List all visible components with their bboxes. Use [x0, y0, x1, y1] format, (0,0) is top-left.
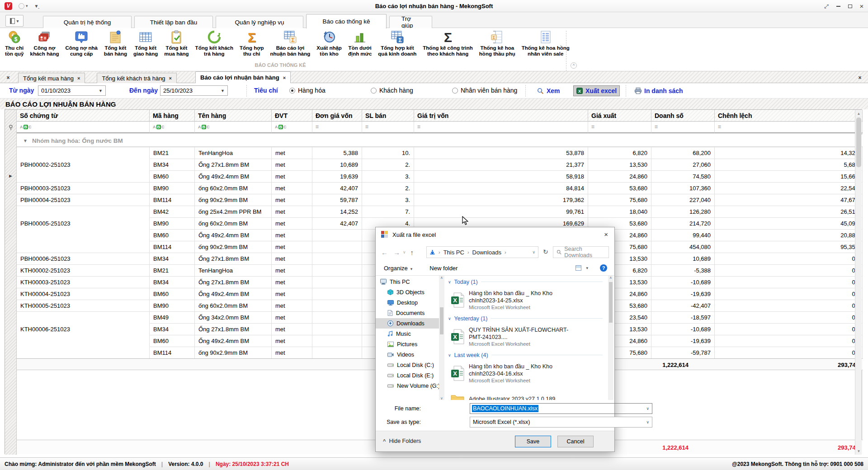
cell-dvt-row5[interactable]: met — [272, 194, 312, 206]
address-dropdown-icon[interactable]: ∨ — [532, 250, 535, 254]
export-excel-button[interactable]: X Xuất excel — [573, 85, 620, 96]
cell-gia_von-row7[interactable]: 42,407 — [312, 217, 362, 229]
cell-sl-row1[interactable]: 10. — [362, 147, 414, 159]
cell-ma-row10[interactable]: BM34 — [150, 253, 195, 264]
column-header-gia_xuat[interactable]: Giá xuất — [588, 110, 651, 122]
equals-filter-icon[interactable]: = — [417, 124, 420, 130]
collapse-icon[interactable]: ▼ — [23, 138, 28, 143]
cell-doc-row1[interactable] — [17, 147, 150, 159]
cell-tri_von-row2[interactable]: 21,377 — [414, 159, 588, 170]
cell-gia_xuat-row6[interactable]: 18,040 — [588, 206, 651, 217]
cell-ma-row13[interactable]: BM60 — [150, 288, 195, 300]
filter-cell-chenh_lech[interactable]: = — [715, 122, 863, 133]
cell-doanh_so-row6[interactable]: 126,280 — [651, 206, 715, 217]
file-group-header[interactable]: ∨Last week (4) — [448, 350, 607, 360]
file-group-header[interactable]: ∨Today (1) — [448, 277, 607, 287]
forward-icon[interactable]: → — [393, 249, 400, 256]
cell-doanh_so-row4[interactable]: 107,360 — [651, 182, 715, 194]
grid-vertical-scrollbar[interactable]: ▲ ▼ — [855, 110, 862, 455]
breadcrumb-downloads[interactable]: Downloads — [472, 249, 501, 256]
cell-dvt-row10[interactable]: met — [272, 253, 312, 264]
cell-ma-row15[interactable]: BM49 — [150, 311, 195, 323]
criteria-radio-2[interactable]: Khách hàng — [371, 87, 413, 94]
sidebar-item-desktop[interactable]: Desktop — [376, 297, 439, 308]
cell-ma-row9[interactable]: BM114 — [150, 241, 195, 253]
cell-doanh_so-row11[interactable]: -5,388 — [651, 264, 715, 276]
cell-doc-row14[interactable]: KTH00005-251023 — [17, 300, 150, 311]
text-filter-icon[interactable]: ABC — [198, 125, 210, 129]
cell-doc-row17[interactable] — [17, 335, 150, 347]
sidebar-scroll-thumb[interactable] — [440, 307, 443, 334]
cell-chenh_lech-row5[interactable]: 47,678 — [715, 194, 863, 206]
menu-tab-4[interactable]: Báo cáo thống kê — [306, 14, 387, 28]
cell-ten-row18[interactable]: ống 90x2.9mm BM — [195, 347, 272, 358]
column-header-dvt[interactable]: ĐVT — [272, 110, 312, 122]
cell-doanh_so-row1[interactable]: 68,200 — [651, 147, 715, 159]
sidebar-item-new-volume-g-[interactable]: New Volume (G:) — [376, 381, 439, 391]
cell-gia_xuat-row4[interactable]: 53,680 — [588, 182, 651, 194]
filelist-scroll-thumb[interactable] — [609, 282, 613, 323]
cell-ma-row8[interactable]: BM60 — [150, 229, 195, 241]
cell-doanh_so-row2[interactable]: 27,060 — [651, 159, 715, 170]
cell-ten-row16[interactable]: Ống 27x1.8mm BM — [195, 323, 272, 335]
file-name-dropdown-icon[interactable]: ∨ — [646, 406, 649, 411]
tab-close-icon[interactable]: × — [77, 75, 80, 81]
cell-tri_von-row6[interactable]: 99,761 — [414, 206, 588, 217]
cell-dvt-row3[interactable]: met — [272, 170, 312, 182]
column-header-ten[interactable]: Tên hàng — [195, 110, 272, 122]
cell-gia_von-row1[interactable]: 5,388 — [312, 147, 362, 159]
cell-gia_von-row11[interactable] — [312, 264, 362, 276]
cell-chenh_lech-row9[interactable]: 95,357 — [715, 241, 863, 253]
ribbon-item-10[interactable]: Xuất nhập tồn kho — [313, 29, 345, 62]
cell-chenh_lech-row4[interactable]: 22,546 — [715, 182, 863, 194]
cell-doc-row4[interactable]: PBH00003-251023 — [17, 182, 150, 194]
cell-dvt-row16[interactable]: met — [272, 323, 312, 335]
file-item[interactable]: XQUY TRÌNH SẢN XUẤT-FLOWCHART-PMT-241023… — [448, 324, 607, 350]
ribbon-item-2[interactable]: Công nợ khách hàng — [27, 29, 62, 62]
cell-doc-row16[interactable]: KTH00006-251023 — [17, 323, 150, 335]
cell-gia_von-row12[interactable] — [312, 276, 362, 288]
cell-ma-row16[interactable]: BM34 — [150, 323, 195, 335]
to-date-input[interactable]: 25/10/2023▼ — [160, 85, 228, 96]
sidebar-item-local-disk-e-[interactable]: Local Disk (E:) — [376, 370, 439, 381]
cell-dvt-row13[interactable]: met — [272, 288, 312, 300]
cell-gia_von-row15[interactable] — [312, 311, 362, 323]
group-collapse-icon[interactable]: ∨ — [448, 353, 451, 357]
view-button[interactable]: Xem — [534, 85, 563, 96]
cell-doanh_so-row10[interactable]: 10,689 — [651, 253, 715, 264]
ribbon-item-6[interactable]: Tổng kết mua hàng — [161, 29, 192, 62]
ribbon-item-7[interactable]: Tổng kết khách trả hàng — [192, 29, 236, 62]
cell-doanh_so-row3[interactable]: 74,580 — [651, 170, 715, 182]
cell-dvt-row2[interactable]: met — [272, 159, 312, 170]
organize-button[interactable]: Organize▾ — [384, 265, 412, 272]
cell-dvt-row15[interactable]: met — [272, 311, 312, 323]
cell-doc-row11[interactable]: KTH00002-251023 — [17, 264, 150, 276]
cell-ma-row12[interactable]: BM34 — [150, 276, 195, 288]
cell-doanh_so-row16[interactable]: -10,689 — [651, 323, 715, 335]
column-header-chenh_lech[interactable]: Chênh lệch — [715, 110, 863, 122]
cell-ma-row3[interactable]: BM60 — [150, 170, 195, 182]
close-button[interactable]: × — [858, 3, 865, 10]
cell-chenh_lech-row14[interactable]: 00 — [715, 300, 863, 311]
cell-ten-row13[interactable]: Ống 49x2.4mm BM — [195, 288, 272, 300]
cell-chenh_lech-row11[interactable]: 00 — [715, 264, 863, 276]
cell-chenh_lech-row2[interactable]: 5,683 — [715, 159, 863, 170]
cell-chenh_lech-row12[interactable]: 00 — [715, 276, 863, 288]
cell-chenh_lech-row7[interactable]: 45,091 — [715, 217, 863, 229]
cell-sl-row4[interactable]: 2. — [362, 182, 414, 194]
cell-doc-row6[interactable] — [17, 206, 150, 217]
scroll-down-icon[interactable]: ▼ — [855, 447, 862, 455]
cell-gia_xuat-row3[interactable]: 24,860 — [588, 170, 651, 182]
cell-doc-row5[interactable]: PBH00004-251023 — [17, 194, 150, 206]
cell-ten-row14[interactable]: ống 60x2.0mm BM — [195, 300, 272, 311]
cell-chenh_lech-row6[interactable]: 26,519 — [715, 206, 863, 217]
cell-doc-row13[interactable]: KTH00004-251023 — [17, 288, 150, 300]
search-input[interactable]: Search Downloads — [553, 246, 609, 258]
sidebar-item-local-disk-c-[interactable]: Local Disk (C:) — [376, 360, 439, 370]
doc-tab-1[interactable]: Tổng kết mua hàng× — [18, 73, 85, 83]
criteria-radio-3[interactable]: Nhân viên bán hàng — [452, 87, 517, 94]
ribbon-item-13[interactable]: ΣThống kê công trình theo khách hàng — [420, 29, 476, 62]
cell-chenh_lech-row13[interactable]: 00 — [715, 288, 863, 300]
cell-gia_von-row8[interactable] — [312, 229, 362, 241]
save-button[interactable]: Save — [515, 436, 551, 447]
